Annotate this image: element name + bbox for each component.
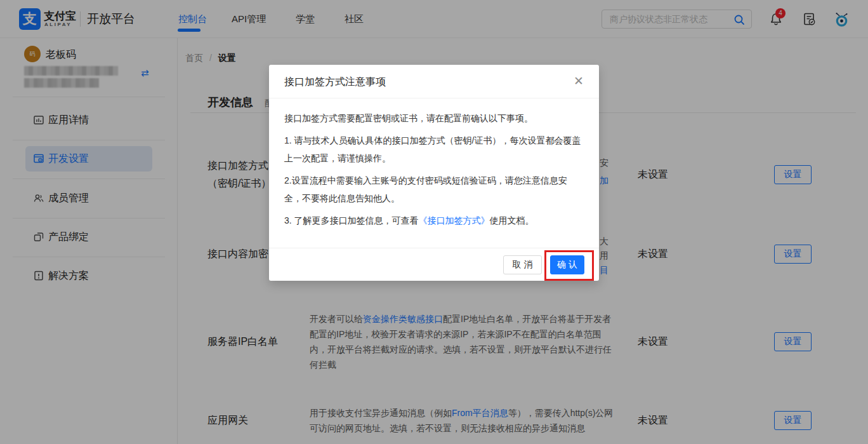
close-icon[interactable]: ✕ — [571, 74, 586, 89]
sign-method-doc-link[interactable]: 《接口加签方式》 — [419, 215, 490, 225]
confirm-button[interactable]: 确 认 — [550, 255, 584, 274]
modal-intro: 接口加签方式需要配置密钥或证书，请在配置前确认以下事项。 — [284, 109, 584, 127]
sign-method-notice-dialog: 接口加签方式注意事项 ✕ 接口加签方式需要配置密钥或证书，请在配置前确认以下事项… — [269, 65, 599, 281]
modal-footer: 取 消 确 认 — [269, 248, 599, 281]
alipay-open-platform-page: 支 支付宝 ALIPAY 开放平台 控制台 API管理 学堂 社区 4 码 老板… — [0, 0, 868, 444]
modal-item-1: 1. 请与技术人员确认具体的接口加签方式（密钥/证书），每次设置都会覆盖上一次配… — [284, 131, 584, 167]
modal-item-3: 3. 了解更多接口加签信息，可查看《接口加签方式》使用文档。 — [284, 212, 584, 229]
modal-title: 接口加签方式注意事项 — [284, 76, 386, 89]
modal-header: 接口加签方式注意事项 ✕ — [269, 65, 599, 98]
modal-body: 接口加签方式需要配置密钥或证书，请在配置前确认以下事项。 1. 请与技术人员确认… — [269, 98, 599, 234]
cancel-button[interactable]: 取 消 — [503, 255, 542, 274]
modal-item-2: 2.设置流程中需要输入主账号的支付密码或短信验证码，请您注意信息安全，不要将此信… — [284, 172, 584, 207]
